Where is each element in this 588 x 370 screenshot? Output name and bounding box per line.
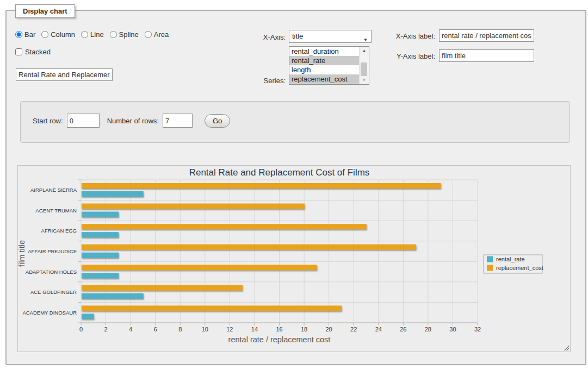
x-tick-label: 10	[202, 326, 208, 333]
start-row-input[interactable]	[67, 114, 100, 128]
chart-type-bar[interactable]: Bar	[15, 30, 35, 39]
x-tick-label: 14	[251, 326, 258, 333]
series-scrollbar[interactable]: ▲ ▼	[359, 47, 369, 84]
x-tick-label: 8	[178, 326, 182, 333]
chart-type-radio-group: Bar Column Line Spline Area	[15, 30, 175, 39]
x-tick-label: 30	[449, 326, 456, 333]
chart-type-column[interactable]: Column	[41, 30, 75, 39]
category-label: AFRICAN EGG	[41, 228, 77, 234]
legend-label: rental_rate	[496, 256, 525, 262]
chart-type-spline[interactable]: Spline	[110, 30, 139, 39]
bar-replacement_cost[interactable]	[82, 204, 305, 209]
bar-rental_rate[interactable]	[82, 313, 94, 319]
x-axis-title: rental rate / replacement cost	[228, 335, 331, 344]
x-tick-label: 0	[79, 326, 83, 333]
x-tick-label: 32	[474, 326, 481, 333]
category-label: ACADEMY DINOSAUR	[22, 310, 77, 316]
x-tick-label: 18	[301, 326, 307, 333]
bar-rental_rate[interactable]	[82, 212, 119, 217]
radio-column[interactable]	[41, 31, 48, 38]
x-tick-label: 16	[276, 326, 282, 333]
x-tick-label: 20	[326, 326, 332, 333]
bar-replacement_cost[interactable]	[82, 244, 416, 250]
scroll-down-icon[interactable]: ▼	[360, 76, 369, 84]
series-option-length[interactable]: length	[289, 65, 360, 74]
x-tick-label: 12	[226, 326, 233, 333]
chart-type-line[interactable]: Line	[81, 30, 104, 39]
scroll-up-icon[interactable]: ▲	[360, 47, 369, 55]
bar-rental_rate[interactable]	[82, 293, 144, 299]
stacked-checkbox[interactable]	[15, 48, 22, 55]
x-axis-title-input[interactable]	[439, 29, 534, 42]
series-listbox[interactable]: rental_duration rental_rate length repla…	[289, 46, 369, 85]
radio-area-label: Area	[154, 30, 169, 39]
chart-type-area[interactable]: Area	[145, 30, 169, 39]
category-label: ADAPTATION HOLES	[26, 269, 77, 275]
x-tick-label: 26	[400, 326, 406, 333]
category-label: AGENT TRUMAN	[35, 208, 77, 214]
bar-rental_rate[interactable]	[82, 232, 119, 237]
axes	[78, 180, 478, 325]
bar-chart: 02468101214161820222426283032AIRPLANE SI…	[18, 166, 570, 352]
panel-title: Display chart	[15, 4, 75, 18]
bar-rental_rate[interactable]	[82, 253, 119, 258]
x-tick-label: 2	[104, 326, 108, 333]
go-button[interactable]: Go	[205, 114, 230, 128]
gridlines	[81, 180, 478, 323]
start-row-label: Start row:	[33, 117, 63, 125]
chart-legend: rental_ratereplacement_cost	[484, 255, 543, 273]
radio-line-label: Line	[90, 30, 104, 39]
category-label: AIRPLANE SIERRA	[30, 187, 77, 193]
num-rows-input[interactable]	[163, 114, 193, 128]
legend-swatch	[487, 265, 493, 271]
radio-bar[interactable]	[15, 31, 22, 38]
radio-column-label: Column	[51, 30, 75, 39]
scrollbar-thumb[interactable]	[361, 62, 367, 76]
x-tick-label: 24	[375, 326, 382, 333]
x-axis-label: X-Axis:	[239, 33, 286, 41]
legend-swatch	[487, 256, 493, 262]
series-option-rental-duration[interactable]: rental_duration	[289, 47, 360, 56]
chevron-down-icon: ▼	[363, 34, 368, 46]
stacked-label: Stacked	[25, 48, 51, 56]
row-range-panel: Start row: Number of rows: Go	[20, 101, 570, 143]
series-label: Series:	[239, 77, 286, 85]
x-tick-label: 6	[154, 326, 157, 333]
chart-container: 02468101214161820222426283032AIRPLANE SI…	[17, 165, 571, 352]
bar-replacement_cost[interactable]	[82, 183, 441, 189]
radio-spline[interactable]	[110, 31, 117, 38]
x-axis-selected-value: title	[292, 32, 303, 40]
category-label: ACE GOLDFINGER	[30, 289, 77, 295]
x-axis-select[interactable]: title ▼	[289, 30, 372, 43]
bar-replacement_cost[interactable]	[82, 305, 342, 311]
bar-rental_rate[interactable]	[82, 191, 144, 197]
radio-area[interactable]	[145, 31, 152, 38]
radio-spline-label: Spline	[119, 30, 139, 39]
bar-replacement_cost[interactable]	[82, 265, 317, 270]
series-option-rental-rate[interactable]: rental_rate	[289, 56, 360, 65]
category-label: AFFAIR PREJUDICE	[28, 248, 77, 254]
legend-label: replacement_cost	[496, 265, 543, 271]
y-axis-title: film title	[18, 240, 26, 267]
y-axis-title-label: Y-Axis label:	[375, 52, 435, 60]
legend-item-rental_rate[interactable]: rental_rate	[487, 256, 525, 262]
num-rows-label: Number of rows:	[107, 117, 159, 125]
bar-replacement_cost[interactable]	[82, 224, 367, 229]
chart-title-input[interactable]	[16, 68, 113, 81]
chart-title: Rental Rate and Replacement Cost of Film…	[189, 167, 370, 178]
y-axis-title-input[interactable]	[439, 49, 534, 62]
x-tick-label: 28	[425, 326, 431, 333]
x-axis-title-label: X-Axis label:	[375, 32, 435, 40]
radio-bar-label: Bar	[24, 30, 35, 39]
radio-line[interactable]	[81, 31, 88, 38]
stacked-checkbox-row[interactable]: Stacked	[15, 48, 51, 56]
series-option-replacement-cost[interactable]: replacement_cost	[289, 74, 360, 84]
x-tick-label: 22	[350, 326, 357, 333]
bar-rental_rate[interactable]	[82, 273, 119, 278]
bar-replacement_cost[interactable]	[82, 285, 243, 291]
x-tick-label: 4	[129, 326, 132, 333]
